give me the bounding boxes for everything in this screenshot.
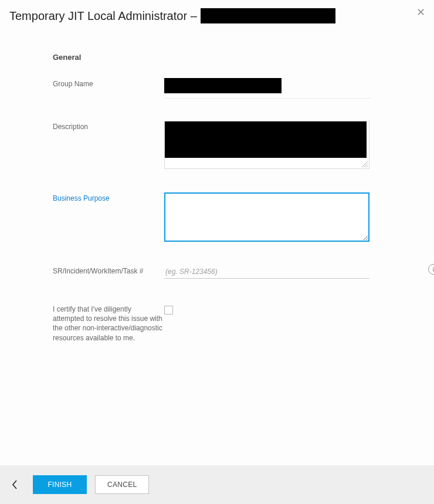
row-ticket: SR/Incident/WorkItem/Task # i: [53, 265, 387, 279]
cancel-button[interactable]: CANCEL: [95, 475, 149, 494]
field-business-purpose: [164, 192, 387, 244]
field-description: [164, 121, 387, 169]
dialog-header: Temporary JIT Local Administrator – ✕: [0, 0, 434, 35]
row-certify: I certify that I've diligently attempted…: [53, 305, 387, 343]
info-icon[interactable]: i: [428, 264, 434, 275]
section-heading-general: General: [53, 53, 387, 62]
close-icon[interactable]: ✕: [415, 7, 426, 18]
row-description: Description: [53, 121, 387, 169]
label-group-name: Group Name: [53, 78, 164, 88]
chevron-left-icon[interactable]: [8, 478, 21, 491]
resize-handle-icon: [362, 161, 368, 167]
field-group-name: [164, 78, 387, 99]
label-business-purpose: Business Purpose: [53, 192, 164, 202]
dialog-title-text: Temporary JIT Local Administrator –: [9, 9, 197, 23]
row-group-name: Group Name: [53, 78, 387, 99]
field-ticket: i: [164, 265, 387, 279]
label-certify: I certify that I've diligently attempted…: [53, 305, 164, 343]
description-redacted: [165, 121, 367, 158]
finish-button[interactable]: FINISH: [33, 475, 87, 494]
dialog-body: General Group Name Description Bu: [0, 35, 434, 343]
dialog-title-line: Temporary JIT Local Administrator –: [9, 8, 425, 23]
business-purpose-textarea[interactable]: [164, 192, 369, 242]
group-name-redacted: [164, 78, 282, 93]
ticket-input[interactable]: [164, 265, 369, 279]
label-description: Description: [53, 121, 164, 131]
description-textarea[interactable]: [164, 121, 369, 169]
dialog: Temporary JIT Local Administrator – ✕ Ge…: [0, 0, 434, 504]
label-ticket: SR/Incident/WorkItem/Task #: [53, 265, 164, 275]
field-certify: [164, 305, 387, 314]
certify-checkbox[interactable]: [164, 306, 173, 314]
dialog-title-redacted: [201, 8, 335, 23]
dialog-footer: FINISH CANCEL: [0, 465, 434, 504]
row-business-purpose: Business Purpose: [53, 192, 387, 244]
